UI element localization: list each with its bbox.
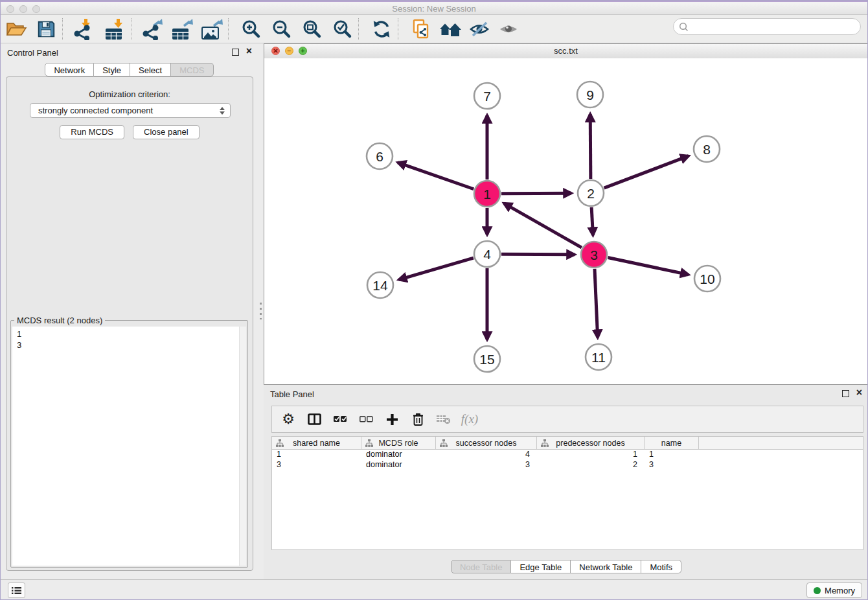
cell-mcds-role[interactable]: dominator (361, 450, 436, 460)
tab-style[interactable]: Style (94, 63, 130, 76)
table-header-row: shared name MCDS role successor nodes pr… (272, 437, 863, 450)
graph-edge-3-10[interactable] (608, 258, 689, 275)
network-window-title: scc.txt (264, 46, 867, 56)
search-box[interactable] (673, 18, 861, 35)
column-header-name[interactable]: name (645, 437, 699, 449)
open-session-icon[interactable] (4, 17, 29, 41)
graph-edge-3-11[interactable] (595, 269, 598, 338)
tab-edge-table[interactable]: Edge Table (511, 560, 571, 573)
tab-node-table[interactable]: Node Table (451, 560, 512, 573)
node-table: shared name MCDS role successor nodes pr… (271, 436, 863, 550)
network-view-window: ✕ − + scc.txt 7968124314101511 (264, 43, 868, 385)
column-header-shared-name[interactable]: shared name (272, 437, 361, 449)
graph-edge-2-8[interactable] (604, 156, 689, 189)
graph-edge-2-9[interactable] (590, 114, 591, 179)
cell-shared-name[interactable]: 3 (272, 460, 361, 470)
destroy-table-icon (435, 411, 452, 428)
zoom-out-icon[interactable] (269, 17, 293, 41)
graph-node-label-7: 7 (483, 89, 491, 104)
toolbar-separator (62, 18, 63, 40)
selected-criterion: strongly connected component (38, 106, 153, 115)
cell-successor-nodes[interactable]: 4 (436, 450, 537, 460)
column-type-icon (440, 439, 448, 447)
column-header-predecessor-nodes[interactable]: predecessor nodes (537, 437, 645, 449)
column-header-mcds-role[interactable]: MCDS role (361, 437, 436, 449)
graph-edge-1-6[interactable] (398, 163, 474, 189)
graph-edge-2-3[interactable] (591, 207, 593, 235)
add-column-icon[interactable] (383, 411, 400, 428)
toolbar-separator (131, 18, 132, 40)
table-settings-icon[interactable]: ⚙ (280, 411, 297, 428)
splitter-grip[interactable] (260, 303, 262, 319)
memory-button[interactable]: Memory (806, 583, 862, 598)
tab-select[interactable]: Select (130, 63, 171, 76)
search-input[interactable] (692, 21, 860, 32)
float-panel-icon[interactable] (232, 49, 239, 56)
zoom-selected-icon[interactable] (330, 17, 354, 41)
close-panel-icon[interactable]: × (246, 45, 252, 57)
export-table-icon[interactable] (170, 17, 194, 41)
refresh-layout-icon[interactable] (369, 17, 394, 41)
tab-mcds[interactable]: MCDS (171, 63, 213, 76)
table-row[interactable]: 1 dominator 4 1 1 (272, 450, 863, 460)
result-scrollbar[interactable] (239, 327, 246, 566)
deselect-all-columns-icon[interactable] (358, 411, 374, 428)
mcds-result-textarea[interactable]: 1 3 (12, 327, 246, 566)
go-home-icon[interactable] (438, 17, 463, 41)
task-history-button[interactable] (8, 583, 25, 598)
graph-node-label-2: 2 (587, 186, 595, 201)
cell-shared-name[interactable]: 1 (272, 450, 361, 460)
status-bar: Memory (1, 579, 867, 600)
float-table-panel-icon[interactable] (842, 390, 849, 397)
save-session-icon[interactable] (34, 17, 58, 41)
graph-edge-4-14[interactable] (399, 258, 474, 279)
toolbar-separator (228, 18, 229, 40)
control-panel: Control Panel × Network Style Select MCD… (1, 43, 258, 579)
cell-successor-nodes[interactable]: 3 (436, 460, 537, 470)
app-title: Session: New Session (1, 4, 867, 14)
import-network-icon[interactable] (71, 17, 96, 41)
zoom-in-icon[interactable] (238, 17, 263, 41)
task-list-icon (11, 586, 22, 595)
tab-network-table[interactable]: Network Table (571, 560, 641, 573)
import-table-icon[interactable] (102, 17, 127, 41)
optimization-criterion-select[interactable]: strongly connected component (30, 103, 231, 118)
export-image-icon[interactable] (200, 17, 224, 41)
mcds-result-title: MCDS result (2 nodes) (14, 316, 105, 325)
tab-motifs[interactable]: Motifs (641, 560, 681, 573)
table-toolbar: ⚙ (271, 406, 863, 433)
table-panel: Table Panel × ⚙ (264, 385, 868, 579)
graph-edge-4-3[interactable] (501, 254, 575, 255)
hide-selected-eye-icon[interactable] (467, 17, 492, 41)
mcds-panel-body: Optimization criterion: strongly connect… (6, 76, 253, 571)
graph-edge-1-2[interactable] (501, 193, 571, 194)
split-columns-icon[interactable] (306, 411, 323, 428)
select-all-columns-icon[interactable] (332, 411, 348, 428)
tab-network[interactable]: Network (45, 63, 94, 76)
clone-network-icon[interactable] (408, 17, 433, 41)
network-canvas[interactable]: 7968124314101511 (264, 58, 867, 384)
column-header-successor-nodes[interactable]: successor nodes (436, 437, 537, 449)
table-panel-title: Table Panel (270, 389, 314, 399)
graph-node-label-10: 10 (700, 271, 714, 286)
cell-predecessor-nodes[interactable]: 2 (537, 460, 645, 470)
network-window-titlebar[interactable]: ✕ − + scc.txt (264, 44, 867, 59)
cell-name[interactable]: 3 (645, 460, 699, 470)
show-all-eye-icon[interactable] (496, 17, 521, 41)
cell-name[interactable]: 1 (645, 450, 699, 460)
close-table-panel-icon[interactable]: × (856, 387, 862, 398)
cell-mcds-role[interactable]: dominator (361, 460, 436, 470)
graph-node-label-11: 11 (591, 350, 606, 365)
close-panel-button[interactable]: Close panel (133, 125, 200, 139)
table-tabs: Node Table Edge Table Network Table Moti… (264, 560, 868, 573)
zoom-fit-icon[interactable] (299, 17, 324, 41)
panel-splitter[interactable] (258, 43, 264, 579)
table-row[interactable]: 3 dominator 3 2 3 (272, 460, 863, 470)
delete-column-icon[interactable] (409, 411, 426, 428)
graph-node-label-4: 4 (483, 247, 491, 262)
graph-edge-3-1[interactable] (504, 203, 582, 248)
run-mcds-button[interactable]: Run MCDS (60, 125, 124, 139)
cell-predecessor-nodes[interactable]: 1 (537, 450, 645, 460)
export-network-icon[interactable] (140, 17, 165, 41)
app-titlebar: Session: New Session (1, 1, 867, 15)
